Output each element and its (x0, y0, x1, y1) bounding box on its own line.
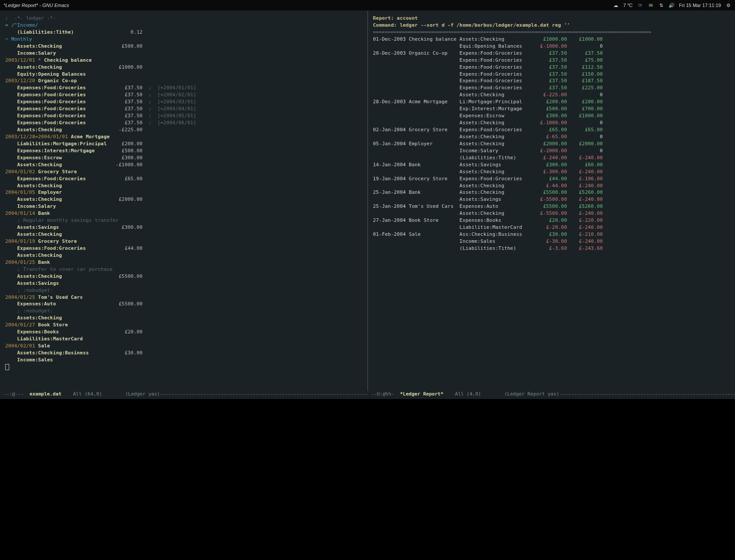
volume-icon[interactable]: 🔊 (668, 2, 675, 8)
window-titlebar: *Ledger Report* - GNU Emacs ☁ 7 °C ⟳ ✉ ⇅… (0, 0, 735, 10)
refresh-icon[interactable]: ⟳ (637, 2, 643, 8)
modeline-right: --U:@%%- *Ledger Report* All (4,0) (Ledg… (368, 391, 735, 399)
network-icon[interactable]: ⇅ (658, 2, 664, 8)
system-tray: ☁ 7 °C ⟳ ✉ ⇅ 🔊 Fri 15 Mar 17:11:19 ⚙ (612, 2, 732, 8)
mail-icon[interactable]: ✉ (648, 2, 654, 8)
clock: Fri 15 Mar 17:11:19 (679, 3, 721, 8)
window-title: *Ledger Report* - GNU Emacs (4, 3, 69, 8)
ledger-source-buffer[interactable]: ; -*- ledger -*-= /^Income/ (Liabilities… (0, 10, 368, 391)
weather-text: 7 °C (623, 3, 633, 8)
settings-icon[interactable]: ⚙ (725, 2, 732, 8)
ledger-report-buffer[interactable]: Report: accountCommand: ledger --sort d … (368, 10, 735, 391)
desktop-background (0, 399, 735, 560)
modeline-left: --:@--- example.dat All (64,0) (Ledger y… (0, 391, 368, 399)
weather-icon: ☁ (612, 2, 619, 8)
